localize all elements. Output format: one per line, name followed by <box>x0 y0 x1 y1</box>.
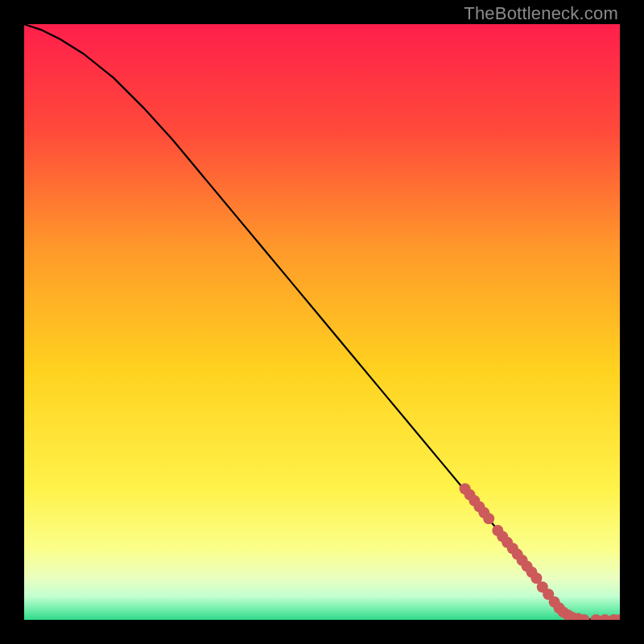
chart-svg <box>24 24 620 620</box>
curve-line <box>24 24 620 620</box>
plot-area <box>24 24 620 620</box>
attribution-text: TheBottleneck.com <box>464 3 618 24</box>
chart-stage: TheBottleneck.com <box>0 0 644 644</box>
marker-group <box>460 483 620 620</box>
data-marker <box>483 513 494 524</box>
